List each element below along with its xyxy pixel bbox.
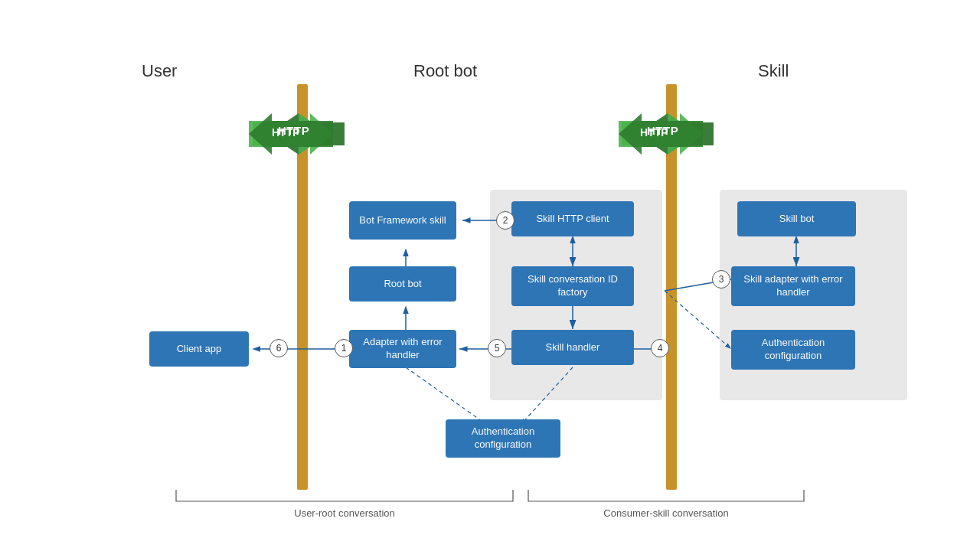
diagram-container: User Root bot Skill <box>0 0 980 551</box>
root-bot-box: Root bot <box>349 266 456 302</box>
skill-label: Skill <box>758 61 789 81</box>
user-label: User <box>142 61 177 81</box>
http-left-text: HTTP <box>278 124 309 137</box>
http-right-text: HTTP <box>647 124 678 137</box>
consumer-skill-conv-label: Consumer-skill conversation <box>574 507 758 519</box>
adapter-error-handler-box: Adapter with error handler <box>349 330 456 368</box>
skill-bot-box: Skill bot <box>737 201 856 236</box>
circle-6: 6 <box>270 339 288 357</box>
root-bot-label: Root bot <box>413 61 477 81</box>
circle-1: 1 <box>335 339 353 357</box>
user-root-conv-label: User-root conversation <box>260 507 429 519</box>
circle-4: 4 <box>651 339 669 357</box>
circle-2: 2 <box>496 211 514 230</box>
skill-adapter-error-handler-box: Skill adapter with error handler <box>731 266 855 306</box>
skill-handler-box: Skill handler <box>511 330 634 365</box>
skill-http-client-box: Skill HTTP client <box>511 201 634 236</box>
circle-5: 5 <box>488 339 506 357</box>
pillar-left <box>297 84 308 490</box>
svg-line-19 <box>406 367 487 425</box>
circle-3: 3 <box>712 270 730 289</box>
skill-conv-id-factory-box: Skill conversation ID factory <box>511 266 634 306</box>
auth-config-bottom-box: Authentication configuration <box>446 419 560 458</box>
bot-framework-skill-box: Bot Framework skill <box>349 201 456 240</box>
pillar-right <box>666 84 677 490</box>
auth-config-right-box: Authentication configuration <box>731 330 855 370</box>
client-app-box: Client app <box>149 331 249 367</box>
